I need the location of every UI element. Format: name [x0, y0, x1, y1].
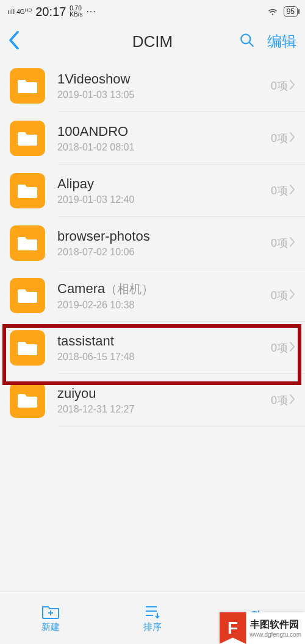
folder-info: 100ANDRO2018-01-02 08:01	[57, 124, 271, 153]
folder-icon	[10, 225, 45, 261]
folder-name: Alipay	[57, 176, 271, 192]
folder-count: 0项	[271, 183, 288, 198]
folder-icon	[10, 121, 45, 156]
folder-row[interactable]: tassistant2018-06-15 17:480项	[0, 322, 305, 374]
folder-icon	[10, 383, 45, 418]
folder-row[interactable]: browser-photos2018-07-02 10:060项	[0, 217, 305, 269]
chevron-right-icon	[289, 341, 295, 355]
chevron-right-icon	[289, 236, 295, 250]
watermark-badge: F	[220, 612, 246, 644]
folder-name: zuiyou	[57, 386, 271, 402]
search-button[interactable]	[239, 32, 255, 51]
battery-indicator: 95	[284, 6, 298, 17]
folder-info: tassistant2018-06-15 17:48	[57, 333, 271, 363]
folder-row[interactable]: 100ANDRO2018-01-02 08:010项	[0, 112, 305, 165]
clock: 20:17	[35, 5, 66, 19]
folder-icon	[10, 330, 45, 366]
chevron-right-icon	[289, 132, 295, 145]
folder-row[interactable]: 1Videoshow2019-01-03 13:050项	[0, 60, 305, 112]
folder-list: 1Videoshow2019-01-03 13:050项100ANDRO2018…	[0, 60, 305, 426]
folder-count: 0项	[271, 393, 288, 408]
new-button[interactable]: 新建	[0, 592, 102, 644]
folder-info: Alipay2019-01-03 12:40	[57, 176, 271, 205]
folder-date: 2018-07-02 10:06	[57, 247, 271, 258]
chevron-right-icon	[289, 394, 295, 407]
folder-info: Camera（相机）2019-02-26 10:38	[57, 281, 271, 311]
watermark: F 丰图软件园 www.dgfengtu.com	[220, 612, 306, 644]
status-bar: ııII 4GHD 20:17 0.70KB/s ··· 95	[0, 0, 305, 23]
watermark-title: 丰图软件园	[250, 618, 302, 631]
edit-button[interactable]: 编辑	[267, 32, 296, 51]
folder-date: 2019-01-03 12:40	[57, 194, 271, 205]
folder-name: tassistant	[57, 333, 271, 349]
folder-count: 0项	[271, 236, 288, 250]
chevron-right-icon	[289, 184, 295, 197]
folder-icon	[10, 278, 45, 313]
folder-count: 0项	[271, 131, 288, 146]
chevron-right-icon	[289, 79, 295, 93]
new-label: 新建	[41, 621, 60, 633]
folder-name: 100ANDRO	[57, 124, 271, 140]
status-left: ııII 4GHD 20:17 0.70KB/s ···	[7, 5, 96, 19]
sort-button[interactable]: 排序	[102, 592, 204, 644]
svg-line-1	[249, 43, 253, 46]
folder-row[interactable]: zuiyou2018-12-31 12:270项	[0, 374, 305, 426]
back-button[interactable]	[9, 31, 20, 52]
folder-date: 2018-06-15 17:48	[57, 352, 271, 363]
folder-count: 0项	[271, 341, 288, 355]
folder-count: 0项	[271, 288, 288, 303]
folder-date: 2019-02-26 10:38	[57, 300, 271, 311]
more-dots-icon: ···	[86, 6, 96, 17]
folder-info: zuiyou2018-12-31 12:27	[57, 386, 271, 415]
folder-date: 2018-01-02 08:01	[57, 142, 271, 153]
folder-name: Camera（相机）	[57, 281, 271, 297]
signal-indicator: ııII 4GHD	[7, 8, 32, 15]
folder-row[interactable]: Camera（相机）2019-02-26 10:380项	[0, 269, 305, 322]
folder-info: browser-photos2018-07-02 10:06	[57, 228, 271, 258]
status-right: 95	[267, 5, 298, 19]
net-speed: 0.70KB/s	[70, 5, 82, 18]
folder-date: 2018-12-31 12:27	[57, 404, 271, 415]
wifi-icon	[267, 5, 279, 19]
folder-icon	[10, 68, 45, 104]
folder-name: 1Videoshow	[57, 71, 271, 87]
nav-bar: DCIM 编辑	[0, 23, 305, 60]
folder-icon	[10, 173, 45, 208]
chevron-right-icon	[289, 289, 295, 302]
folder-name: browser-photos	[57, 228, 271, 244]
folder-count: 0项	[271, 79, 288, 93]
sort-label: 排序	[143, 621, 162, 633]
folder-date: 2019-01-03 13:05	[57, 90, 271, 101]
folder-row[interactable]: Alipay2019-01-03 12:400项	[0, 165, 305, 217]
watermark-url: www.dgfengtu.com	[250, 631, 302, 638]
folder-info: 1Videoshow2019-01-03 13:05	[57, 71, 271, 101]
